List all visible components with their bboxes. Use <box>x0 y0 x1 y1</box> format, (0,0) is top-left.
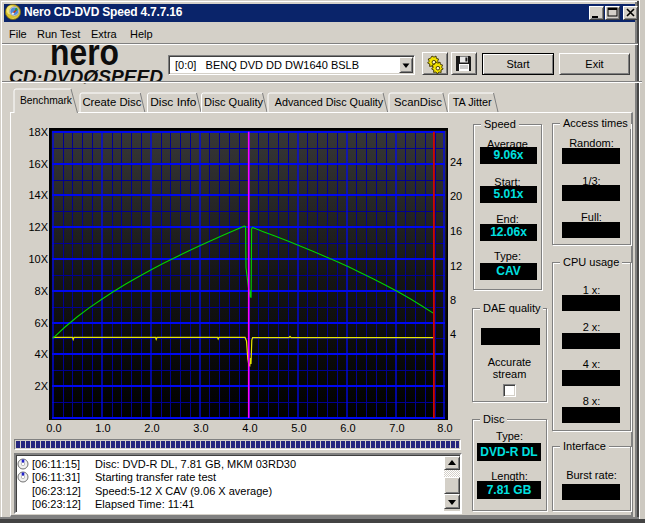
svg-text:TA Jitter: TA Jitter <box>453 96 492 108</box>
svg-text:Create Disc: Create Disc <box>82 96 142 108</box>
svg-text:Disc Info: Disc Info <box>150 96 196 108</box>
svg-text:Benchmark: Benchmark <box>20 94 72 106</box>
svg-text:Disc Quality: Disc Quality <box>204 96 263 108</box>
svg-text:ScanDisc: ScanDisc <box>394 96 442 108</box>
svg-text:Advanced Disc Quality: Advanced Disc Quality <box>275 96 384 108</box>
